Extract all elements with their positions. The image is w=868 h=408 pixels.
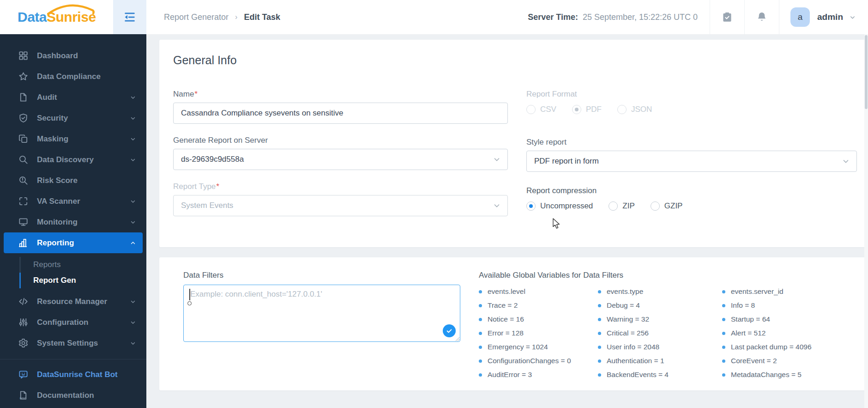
sidebar-item-label: DataSunrise Chat Bot xyxy=(37,370,118,379)
variable-item: Notice = 16 xyxy=(479,312,598,326)
sidebar-item-label: Configuration xyxy=(37,318,88,327)
server-time-label: Server Time: xyxy=(528,12,578,22)
variable-item: events.server_id xyxy=(722,285,856,298)
variable-item: CoreEvent = 2 xyxy=(722,354,856,368)
bullet-icon xyxy=(598,332,601,335)
bullet-icon xyxy=(722,290,725,293)
report-type-select-value: System Events xyxy=(181,201,233,210)
logo[interactable]: DataSunrise xyxy=(0,0,113,34)
data-filters-card: Data Filters Available Global Variables … xyxy=(159,257,868,390)
variable-item: AuditError = 3 xyxy=(479,368,598,382)
vertical-scrollbar xyxy=(864,34,868,408)
apply-filter-button[interactable] xyxy=(443,324,456,337)
variable-item: events.type xyxy=(598,285,722,298)
sidebar-item-label: Documentation xyxy=(37,391,94,400)
logo-part-sunrise: Sunrise xyxy=(47,9,96,24)
report-format-label: Report Format xyxy=(526,89,857,99)
bullet-icon xyxy=(722,332,725,335)
variables-column-1: events.level Trace = 2 Notice = 16 Error… xyxy=(479,285,598,382)
sidebar-item-chatbot[interactable]: DataSunrise Chat Bot xyxy=(0,364,146,385)
sidebar-item-dashboard[interactable]: Dashboard xyxy=(0,45,146,66)
sidebar-item-risk-score[interactable]: Risk Score xyxy=(0,170,146,191)
sidebar-item-label: Monitoring xyxy=(37,218,78,227)
shield-check-icon xyxy=(18,113,29,124)
reporting-submenu: Reports Report Gen xyxy=(0,257,146,288)
radio-dot xyxy=(526,105,536,114)
bullet-icon xyxy=(479,332,482,335)
variable-item: MetadataChanges = 5 xyxy=(722,368,856,382)
variable-item: Startup = 64 xyxy=(722,312,856,326)
server-field-group: Generate Report on Server ds-29639c9d558… xyxy=(173,135,508,170)
sidebar-item-data-discovery[interactable]: Data Discovery xyxy=(0,149,146,170)
bullet-icon xyxy=(722,318,725,321)
user-menu[interactable]: a admin xyxy=(779,7,868,27)
bullet-icon xyxy=(479,359,482,363)
sidebar-item-reporting[interactable]: Reporting xyxy=(4,232,143,253)
name-input-wrap xyxy=(173,103,508,124)
document-icon xyxy=(18,92,29,103)
sidebar-item-label: VA Scanner xyxy=(37,197,80,206)
scrollbar-thumb[interactable] xyxy=(865,35,868,109)
sidebar-item-report-gen[interactable]: Report Gen xyxy=(0,273,146,288)
tasks-button[interactable] xyxy=(710,0,744,34)
radio-uncompressed[interactable]: Uncompressed xyxy=(526,201,593,211)
code-icon xyxy=(18,296,29,307)
report-compression-label: Report compression xyxy=(526,186,857,195)
app-window: DataSunrise Dashboard xyxy=(0,0,868,408)
variable-item: ConfigurationChanges = 0 xyxy=(479,354,598,368)
variable-item: BackendEvents = 4 xyxy=(598,368,722,382)
search-icon xyxy=(18,154,29,165)
chevron-down-icon xyxy=(130,340,136,347)
sidebar-item-monitoring[interactable]: Monitoring xyxy=(0,212,146,232)
bullet-icon xyxy=(722,359,725,363)
required-asterisk: * xyxy=(216,182,219,191)
breadcrumb-report-generator[interactable]: Report Generator xyxy=(164,12,229,22)
bell-icon xyxy=(756,11,768,23)
variable-item: Debug = 4 xyxy=(598,298,722,312)
sidebar-item-masking[interactable]: Masking xyxy=(0,128,146,149)
data-filters-textarea[interactable] xyxy=(183,285,460,342)
chevron-down-icon xyxy=(493,201,501,210)
sidebar-item-label: Report Gen xyxy=(33,276,76,285)
variable-item: Last packet dump = 4096 xyxy=(722,340,856,354)
sidebar-item-data-compliance[interactable]: Data Compliance xyxy=(0,66,146,87)
variable-item: events.level xyxy=(479,285,598,298)
sidebar-item-resource-manager[interactable]: Resource Manager xyxy=(0,291,146,312)
style-report-select[interactable]: PDF report in form xyxy=(526,151,857,172)
generate-report-on-server-label: Generate Report on Server xyxy=(173,135,508,145)
style-report-label: Style report xyxy=(526,137,857,147)
radio-zip[interactable]: ZIP xyxy=(609,201,634,211)
radio-dot xyxy=(609,201,618,211)
sidebar-item-reports[interactable]: Reports xyxy=(0,257,146,273)
sidebar-item-label: Reports xyxy=(33,260,61,269)
sidebar-item-audit[interactable]: Audit xyxy=(0,87,146,108)
name-label: Name* xyxy=(173,89,508,99)
name-input[interactable] xyxy=(181,103,500,123)
sidebar-item-label: Audit xyxy=(37,93,57,102)
bullet-icon xyxy=(722,346,725,349)
sidebar-item-configuration[interactable]: Configuration xyxy=(0,312,146,333)
bullet-icon xyxy=(598,290,601,293)
chat-bot-icon xyxy=(18,369,29,380)
server-time: Server Time: 25 September, 15:22:26 UTC … xyxy=(528,12,698,22)
server-select[interactable]: ds-29639c9d558a xyxy=(173,149,508,170)
page-content: General Info Name* Generate Report on Se… xyxy=(146,34,868,408)
sidebar-item-documentation[interactable]: DOC Documentation xyxy=(0,385,146,406)
bullet-icon xyxy=(722,304,725,307)
radio-gzip[interactable]: GZIP xyxy=(651,201,683,211)
header-right: Server Time: 25 September, 15:22:26 UTC … xyxy=(528,0,868,34)
sidebar-item-security[interactable]: Security xyxy=(0,108,146,128)
svg-text:DOC: DOC xyxy=(19,396,26,400)
bullet-icon xyxy=(479,373,482,377)
radio-pdf: PDF xyxy=(572,105,602,114)
sidebar: DataSunrise Dashboard xyxy=(0,0,146,408)
radio-dot xyxy=(651,201,660,211)
variables-grid: events.level Trace = 2 Notice = 16 Error… xyxy=(479,285,856,382)
notifications-button[interactable] xyxy=(745,0,779,34)
required-asterisk: * xyxy=(194,90,198,98)
sidebar-item-system-settings[interactable]: System Settings xyxy=(0,333,146,353)
sidebar-collapse-button[interactable] xyxy=(113,0,146,34)
bullet-icon xyxy=(479,304,482,307)
bullet-icon xyxy=(598,318,601,321)
sidebar-item-va-scanner[interactable]: VA Scanner xyxy=(0,191,146,212)
